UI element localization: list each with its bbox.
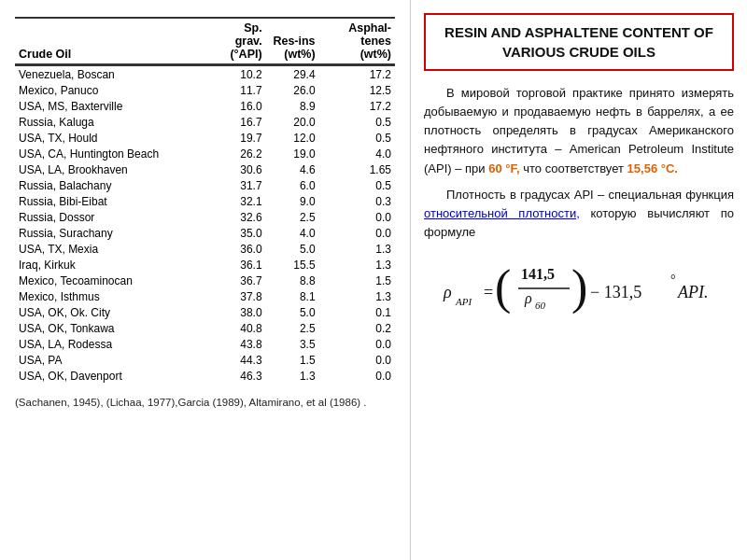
col-sp-grav: Sp. grav. (°API)	[213, 18, 266, 64]
cell-name: Russia, Dossor	[15, 209, 213, 225]
cell-sp: 32.1	[213, 193, 266, 209]
blue-temp: 15,56 °С.	[627, 161, 678, 175]
table-row: Russia, Surachany 35.0 4.0 0.0	[15, 225, 395, 241]
cell-asp: 1.3	[319, 257, 395, 273]
col-resins: Res-ins (wt%)	[266, 18, 319, 64]
cell-sp: 35.0	[213, 225, 266, 241]
cell-sp: 44.3	[213, 352, 266, 368]
cell-res: 2.5	[266, 209, 319, 225]
cell-asp: 0.0	[319, 209, 395, 225]
data-table-wrapper: Crude Oil Sp. grav. (°API) Res-ins (wt%)…	[15, 17, 395, 384]
cell-asp: 1.65	[319, 161, 395, 177]
cell-asp: 0.0	[319, 368, 395, 384]
cell-sp: 37.8	[213, 288, 266, 304]
cell-name: Iraq, Kirkuk	[15, 257, 213, 273]
cell-name: Russia, Balachany	[15, 177, 213, 193]
cell-asp: 0.5	[319, 114, 395, 130]
cell-res: 29.4	[266, 65, 319, 82]
cell-res: 5.0	[266, 241, 319, 257]
svg-text:API: API	[455, 296, 472, 307]
cell-res: 9.0	[266, 193, 319, 209]
cell-res: 19.0	[266, 146, 319, 161]
cell-name: Mexico, Panuco	[15, 82, 213, 98]
cell-asp: 4.0	[319, 146, 395, 161]
cell-name: USA, TX, Hould	[15, 130, 213, 146]
cell-name: USA, CA, Huntington Beach	[15, 146, 213, 161]
cell-sp: 46.3	[213, 368, 266, 384]
cell-name: USA, MS, Baxterville	[15, 98, 213, 114]
cell-res: 1.5	[266, 352, 319, 368]
table-row: Russia, Bibi-Eibat 32.1 9.0 0.3	[15, 193, 395, 209]
cell-name: USA, OK, Davenport	[15, 368, 213, 384]
col-crude-oil: Crude Oil	[15, 18, 213, 64]
svg-text:=: =	[484, 283, 493, 301]
cell-name: Russia, Kaluga	[15, 114, 213, 130]
description-text: В мировой торговой практике принято изме…	[424, 84, 734, 242]
cell-sp: 36.7	[213, 273, 266, 288]
cell-asp: 12.5	[319, 82, 395, 98]
cell-res: 1.3	[266, 368, 319, 384]
title-line1: RESIN AND ASPHALTENE CONTENT OF	[435, 22, 723, 42]
cell-sp: 36.1	[213, 257, 266, 273]
cell-name: Venezuela, Boscan	[15, 65, 213, 82]
cell-sp: 43.8	[213, 336, 266, 352]
table-row: USA, TX, Mexia 36.0 5.0 1.3	[15, 241, 395, 257]
cell-name: Russia, Bibi-Eibat	[15, 193, 213, 209]
title-box: RESIN AND ASPHALTENE CONTENT OF VARIOUS …	[424, 13, 734, 71]
orange-temp: 60 °F,	[488, 161, 519, 175]
cell-res: 12.0	[266, 130, 319, 146]
cell-res: 5.0	[266, 304, 319, 320]
cell-asp: 0.3	[319, 193, 395, 209]
cell-res: 15.5	[266, 257, 319, 273]
svg-text:(: (	[495, 260, 511, 315]
cell-res: 4.6	[266, 161, 319, 177]
formula-svg: ρ API = ( 141,5 ρ 60 ) − 131,5 ° API.	[439, 251, 719, 335]
svg-text:60: 60	[535, 300, 546, 311]
cell-sp: 38.0	[213, 304, 266, 320]
table-row: USA, OK, Tonkawa 40.8 2.5 0.2	[15, 320, 395, 336]
table-row: USA, PA 44.3 1.5 0.0	[15, 352, 395, 368]
svg-text:141,5: 141,5	[521, 266, 555, 282]
cell-asp: 17.2	[319, 98, 395, 114]
cell-name: USA, OK, Tonkawa	[15, 320, 213, 336]
para1-after: что соответствует	[520, 161, 627, 175]
cell-res: 8.9	[266, 98, 319, 114]
cell-res: 20.0	[266, 114, 319, 130]
blue-density: относительной плотности,	[424, 206, 580, 220]
cell-asp: 1.5	[319, 273, 395, 288]
cell-sp: 19.7	[213, 130, 266, 146]
table-row: Russia, Dossor 32.6 2.5 0.0	[15, 209, 395, 225]
cell-asp: 0.1	[319, 304, 395, 320]
cell-res: 8.1	[266, 288, 319, 304]
cell-sp: 16.0	[213, 98, 266, 114]
table-row: USA, TX, Hould 19.7 12.0 0.5	[15, 130, 395, 146]
table-row: USA, LA, Brookhaven 30.6 4.6 1.65	[15, 161, 395, 177]
svg-text:): )	[571, 260, 587, 315]
cell-name: USA, TX, Mexia	[15, 241, 213, 257]
col-asphaltenes: Asphal-tenes (wt%)	[319, 18, 395, 64]
table-row: Venezuela, Boscan 10.2 29.4 17.2	[15, 65, 395, 82]
table-row: Russia, Kaluga 16.7 20.0 0.5	[15, 114, 395, 130]
cell-asp: 0.5	[319, 130, 395, 146]
cell-res: 26.0	[266, 82, 319, 98]
crude-oil-table: Crude Oil Sp. grav. (°API) Res-ins (wt%)…	[15, 17, 395, 384]
cell-name: Mexico, Tecoaminocan	[15, 273, 213, 288]
cell-name: USA, OK, Ok. City	[15, 304, 213, 320]
cell-sp: 26.2	[213, 146, 266, 161]
cell-asp: 1.3	[319, 241, 395, 257]
cell-asp: 0.0	[319, 225, 395, 241]
cell-name: USA, LA, Brookhaven	[15, 161, 213, 177]
formula-block: ρ API = ( 141,5 ρ 60 ) − 131,5 ° API.	[424, 251, 734, 335]
svg-text:− 131,5: − 131,5	[590, 283, 641, 301]
title-line2: VARIOUS CRUDE OILS	[435, 42, 723, 62]
table-row: Mexico, Isthmus 37.8 8.1 1.3	[15, 288, 395, 304]
table-row: USA, OK, Davenport 46.3 1.3 0.0	[15, 368, 395, 384]
cell-res: 4.0	[266, 225, 319, 241]
cell-sp: 11.7	[213, 82, 266, 98]
cell-name: USA, PA	[15, 352, 213, 368]
cell-asp: 0.0	[319, 352, 395, 368]
cell-asp: 1.3	[319, 288, 395, 304]
cell-res: 3.5	[266, 336, 319, 352]
table-row: USA, LA, Rodessa 43.8 3.5 0.0	[15, 336, 395, 352]
svg-text:ρ: ρ	[524, 290, 532, 307]
